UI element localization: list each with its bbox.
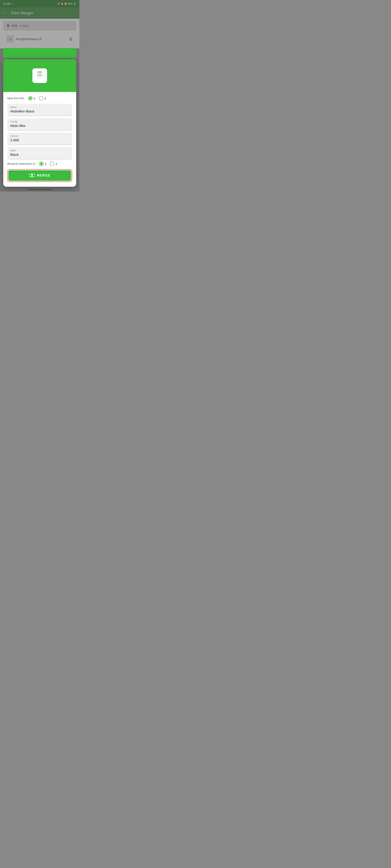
radio-2-circle[interactable] xyxy=(39,96,43,100)
version-field[interactable]: Version 2.009 xyxy=(7,133,72,145)
family-field[interactable]: Family Abdo Misr xyxy=(7,118,72,131)
family-value: Abdo Misr xyxy=(10,124,69,128)
reserve-radio-1[interactable]: 1 xyxy=(39,161,47,166)
dialog-container: <> New font info: 1 xyxy=(3,59,76,187)
dialog-body: New font info: 1 2 Name AbdoMisr xyxy=(3,92,76,187)
reserve-radio-1-circle[interactable] xyxy=(39,161,44,166)
font-info-radio-2[interactable]: 2 xyxy=(39,96,46,100)
dialog-icon-box: <> xyxy=(32,68,47,83)
merge-button-wrapper: MERGE xyxy=(7,169,72,182)
style-value: Black xyxy=(10,153,69,157)
svg-text:<>: <> xyxy=(38,73,41,77)
reserve-label: Reserve characters in: xyxy=(7,162,36,165)
svg-rect-1 xyxy=(38,71,42,73)
reserve-radio-2-circle[interactable] xyxy=(50,161,54,166)
name-value: AbdoMisr-Black xyxy=(10,110,69,114)
reserve-chars-group: Reserve characters in: 1 2 xyxy=(7,161,72,166)
version-value: 2.009 xyxy=(10,138,69,143)
radio-2-label: 2 xyxy=(45,97,46,100)
merge-button-label: MERGE xyxy=(37,174,50,177)
reserve-radio-2-label: 2 xyxy=(55,162,57,165)
dialog-header: <> xyxy=(3,59,76,92)
modal-area: <> New font info: 1 xyxy=(0,58,79,192)
svg-point-5 xyxy=(31,174,33,177)
new-font-info-label: New font info: xyxy=(7,97,25,100)
style-label: Style xyxy=(10,149,69,152)
style-field[interactable]: Style Black xyxy=(7,147,72,159)
family-label: Family xyxy=(10,120,69,123)
reserve-radio-2[interactable]: 2 xyxy=(50,161,57,166)
version-label: Version xyxy=(10,135,69,137)
font-info-radio-1[interactable]: 1 xyxy=(28,96,35,100)
radio-1-circle[interactable] xyxy=(28,96,33,100)
name-label: Name xyxy=(10,106,69,108)
merge-icon xyxy=(29,173,35,178)
merge-button[interactable]: MERGE xyxy=(8,170,71,181)
font-merger-dialog: <> New font info: 1 xyxy=(3,59,76,187)
new-font-info-group: New font info: 1 2 xyxy=(7,96,72,100)
name-field[interactable]: Name AbdoMisr-Black xyxy=(7,104,72,116)
page: 17:40 ✓ 🔑 ⏰ 📶 48% 🔋 ← Font Merger ⬆ Add … xyxy=(0,0,79,192)
radio-1-label: 1 xyxy=(34,97,35,100)
reserve-radio-1-label: 1 xyxy=(45,162,47,165)
code-icon: <> xyxy=(36,71,44,80)
